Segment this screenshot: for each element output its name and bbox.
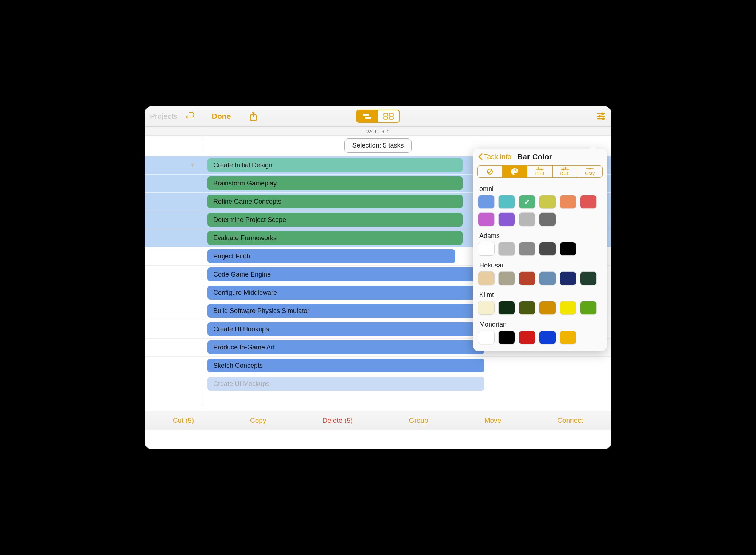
task-label: Evaluate Frameworks bbox=[213, 234, 277, 242]
disclosure-triangle-icon[interactable]: ▼ bbox=[189, 161, 196, 169]
color-swatch[interactable] bbox=[560, 195, 576, 209]
group-button[interactable]: Group bbox=[409, 417, 428, 425]
color-swatch[interactable] bbox=[498, 271, 515, 285]
color-swatch[interactable] bbox=[560, 331, 576, 344]
color-swatch[interactable] bbox=[560, 271, 576, 285]
color-swatch[interactable] bbox=[519, 242, 535, 256]
color-swatch[interactable] bbox=[478, 195, 495, 209]
task-bar[interactable]: Project Pitch bbox=[207, 249, 455, 263]
inspector-button[interactable] bbox=[596, 112, 606, 120]
popover-back-button[interactable]: Task Info bbox=[478, 153, 511, 161]
color-swatch[interactable] bbox=[519, 271, 535, 285]
color-swatch[interactable] bbox=[539, 242, 556, 256]
date-header: Wed Feb 3 bbox=[145, 127, 611, 136]
cut-button[interactable]: Cut (5) bbox=[173, 417, 194, 425]
color-swatch[interactable] bbox=[498, 212, 515, 226]
color-swatch[interactable] bbox=[498, 242, 515, 256]
color-mode-segmented[interactable]: HSB RGB Gray bbox=[477, 165, 603, 178]
task-bar[interactable]: Create UI Mockups bbox=[207, 377, 484, 391]
undo-button[interactable] bbox=[186, 112, 197, 121]
color-swatch[interactable] bbox=[580, 301, 597, 315]
color-swatch[interactable] bbox=[539, 301, 556, 315]
row-gutter bbox=[145, 175, 203, 192]
color-mode-hsb[interactable]: HSB bbox=[527, 166, 553, 177]
palette-icon bbox=[511, 168, 519, 175]
share-button[interactable] bbox=[249, 111, 258, 121]
svg-line-14 bbox=[488, 170, 492, 173]
task-bar[interactable]: Configure Middleware bbox=[207, 286, 484, 300]
task-bar[interactable]: Code Game Engine bbox=[207, 267, 484, 281]
svg-point-22 bbox=[541, 169, 542, 170]
done-button[interactable]: Done bbox=[212, 112, 231, 121]
inspector-icon bbox=[596, 112, 606, 120]
color-swatch[interactable]: ✓ bbox=[519, 195, 535, 209]
color-swatch[interactable] bbox=[560, 242, 576, 256]
delete-button[interactable]: Delete (5) bbox=[322, 417, 352, 425]
palette-group: Mondrian bbox=[473, 317, 607, 347]
view-mode-segmented[interactable] bbox=[356, 110, 400, 123]
swatch-row bbox=[478, 301, 602, 315]
color-swatch[interactable] bbox=[498, 301, 515, 315]
color-swatch[interactable] bbox=[539, 212, 556, 226]
view-mode-gantt[interactable] bbox=[357, 110, 378, 122]
task-bar[interactable]: Build Software Physics Simulator bbox=[207, 304, 484, 318]
popover-back-label: Task Info bbox=[484, 153, 511, 161]
task-bar[interactable]: Refine Game Concepts bbox=[207, 195, 463, 208]
color-swatch[interactable] bbox=[519, 331, 535, 344]
no-color-icon bbox=[486, 168, 494, 175]
color-mode-rgb[interactable]: RGB bbox=[553, 166, 578, 177]
task-bar[interactable]: Create UI Hookups bbox=[207, 322, 484, 336]
undo-icon bbox=[186, 112, 197, 121]
palette-name: Adams bbox=[479, 232, 602, 240]
task-bar[interactable]: Produce In-Game Art bbox=[207, 340, 484, 354]
palette-group: Adams bbox=[473, 228, 607, 258]
projects-back-button: Projects bbox=[150, 112, 178, 121]
connect-button[interactable]: Connect bbox=[557, 417, 583, 425]
task-bar[interactable]: Determine Project Scope bbox=[207, 213, 463, 227]
move-button[interactable]: Move bbox=[484, 417, 501, 425]
color-swatch[interactable] bbox=[498, 331, 515, 344]
task-label: Code Game Engine bbox=[213, 271, 271, 278]
svg-point-18 bbox=[517, 171, 518, 172]
task-label: Refine Game Concepts bbox=[213, 198, 281, 206]
task-bar[interactable]: Brainstorm Gameplay bbox=[207, 176, 463, 190]
color-swatch[interactable] bbox=[560, 301, 576, 315]
rgb-label: RGB bbox=[560, 171, 570, 176]
bar-color-popover: Task Info Bar Color HSB bbox=[473, 149, 607, 351]
color-swatch[interactable] bbox=[478, 301, 495, 315]
svg-point-28 bbox=[589, 168, 591, 169]
view-mode-grid[interactable] bbox=[378, 110, 399, 122]
row-gutter bbox=[145, 229, 203, 247]
palette-name: Hokusai bbox=[479, 262, 602, 269]
color-swatch[interactable] bbox=[519, 301, 535, 315]
row-gutter bbox=[145, 266, 203, 284]
color-mode-gray[interactable]: Gray bbox=[577, 166, 602, 177]
color-mode-palette[interactable] bbox=[503, 166, 528, 177]
color-swatch[interactable] bbox=[539, 195, 556, 209]
task-bar[interactable]: Create Initial Design bbox=[207, 158, 463, 172]
task-bar[interactable]: Sketch Concepts bbox=[207, 359, 484, 372]
color-swatch[interactable] bbox=[539, 331, 556, 344]
color-swatch[interactable] bbox=[478, 242, 495, 256]
color-swatch[interactable] bbox=[498, 195, 515, 209]
color-swatch[interactable] bbox=[519, 212, 535, 226]
task-bar[interactable]: Evaluate Frameworks bbox=[207, 231, 463, 245]
svg-rect-2 bbox=[365, 117, 371, 119]
color-swatch[interactable] bbox=[478, 271, 495, 285]
color-mode-none[interactable] bbox=[478, 166, 503, 177]
palette-name: Klimt bbox=[479, 291, 602, 299]
selection-count-pill[interactable]: Selection: 5 tasks bbox=[344, 138, 411, 153]
color-swatch[interactable] bbox=[580, 195, 597, 209]
color-swatch[interactable] bbox=[580, 271, 597, 285]
row-gutter bbox=[145, 247, 203, 265]
task-row[interactable]: Create UI Mockups bbox=[145, 375, 611, 393]
color-swatch[interactable] bbox=[478, 212, 495, 226]
svg-point-8 bbox=[602, 113, 604, 115]
top-toolbar: Projects Done bbox=[145, 106, 611, 127]
copy-button[interactable]: Copy bbox=[250, 417, 266, 425]
color-swatch[interactable] bbox=[539, 271, 556, 285]
palette-list: omni✓AdamsHokusaiKlimtMondrian bbox=[473, 181, 607, 347]
svg-rect-6 bbox=[389, 117, 393, 119]
task-row[interactable]: Sketch Concepts bbox=[145, 357, 611, 375]
color-swatch[interactable] bbox=[478, 331, 495, 344]
